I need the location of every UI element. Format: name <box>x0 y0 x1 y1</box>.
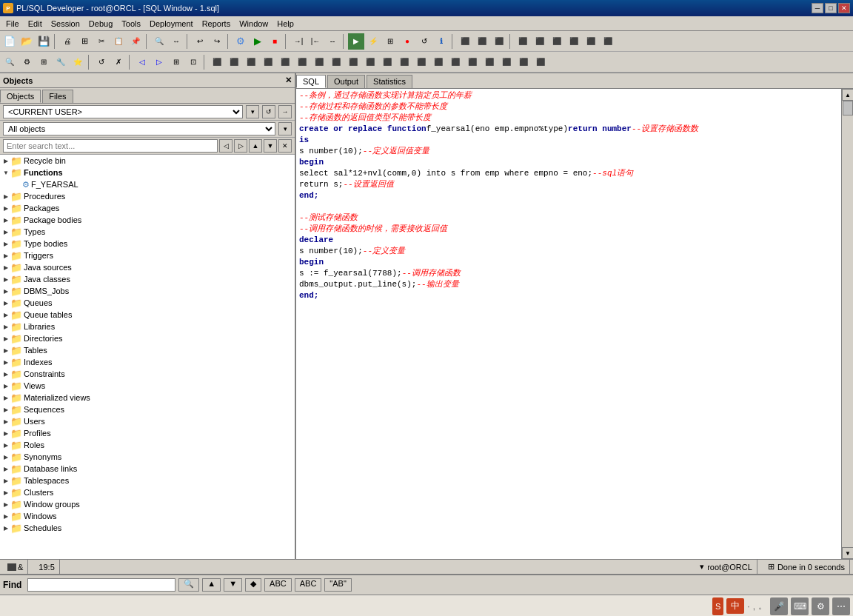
tb-dbg4-btn[interactable]: ⬛ <box>515 33 531 50</box>
menu-help[interactable]: Help <box>272 18 298 30</box>
search-forward-btn[interactable]: ▷ <box>234 139 247 153</box>
tb-commit-btn[interactable]: ● <box>399 33 415 50</box>
tb-paste-btn[interactable]: 📌 <box>127 33 144 50</box>
tree-arrow[interactable]: ▶ <box>1 478 10 484</box>
tree-item-tables[interactable]: ▶📁Tables <box>0 344 295 356</box>
tree-arrow[interactable]: ▶ <box>1 454 10 461</box>
ime-comma-btn[interactable]: , <box>753 601 755 612</box>
tree-arrow[interactable]: ▶ <box>1 466 10 472</box>
find-mark-btn[interactable]: ◆ <box>245 578 261 592</box>
search-back-btn[interactable]: ◁ <box>219 139 233 153</box>
tb2-btn24[interactable]: ⬛ <box>413 54 429 70</box>
menu-edit[interactable]: Edit <box>24 18 47 30</box>
tree-arrow[interactable]: ▶ <box>1 418 10 425</box>
tb2-btn10[interactable]: ⊞ <box>168 54 184 70</box>
find-abc-btn[interactable]: ABC <box>264 578 292 592</box>
tb-dbg3-btn[interactable]: ⬛ <box>491 33 507 50</box>
tab-objects[interactable]: Objects <box>0 90 41 103</box>
tree-item-materialized-views[interactable]: ▶📁Materialized views <box>0 392 295 404</box>
scroll-down-btn[interactable]: ▼ <box>842 547 853 559</box>
search-input[interactable] <box>3 139 218 153</box>
ime-chinese-btn[interactable]: 中 <box>726 598 744 614</box>
tb-copy-btn[interactable]: 📋 <box>110 33 127 50</box>
tree-arrow[interactable]: ▶ <box>1 229 10 235</box>
tree-arrow[interactable]: ▶ <box>1 371 10 378</box>
tb-undo-btn[interactable]: ↩ <box>192 33 208 50</box>
tree-item-directories[interactable]: ▶📁Directories <box>0 332 295 344</box>
editor-tab-sql[interactable]: SQL <box>296 75 326 88</box>
tb2-btn5[interactable]: ⭐ <box>70 54 86 70</box>
search-clear-btn[interactable]: ✕ <box>278 139 292 153</box>
tree-arrow[interactable]: ▶ <box>1 241 10 247</box>
find-prev-btn[interactable]: ▲ <box>202 578 221 592</box>
tree-arrow[interactable]: ▶ <box>1 324 10 330</box>
tb-dbg9-btn[interactable]: ⬛ <box>600 33 616 50</box>
tree-item-windows[interactable]: ▶📁Windows <box>0 510 295 522</box>
window-controls[interactable]: ─ □ ✕ <box>812 3 850 13</box>
tree-item-packages[interactable]: ▶📁Packages <box>0 202 295 214</box>
tb-comment-btn[interactable]: -- <box>324 33 341 50</box>
tb2-btn18[interactable]: ⬛ <box>311 54 327 70</box>
tree-arrow[interactable]: ▶ <box>1 276 10 283</box>
tree-arrow[interactable]: ▼ <box>1 170 10 176</box>
tb2-btn26[interactable]: ⬛ <box>447 54 464 70</box>
ime-settings-icon[interactable]: ⚙ <box>812 597 829 615</box>
tb-info-btn[interactable]: ℹ <box>433 33 449 50</box>
tb-execute-btn[interactable]: ▶ <box>348 33 364 50</box>
tree-item-recycle-bin[interactable]: ▶📁Recycle bin <box>0 155 295 167</box>
tree-item-functions[interactable]: ▼📁Functions <box>0 167 295 178</box>
menu-reports[interactable]: Reports <box>198 18 235 30</box>
menu-debug[interactable]: Debug <box>84 18 117 30</box>
panel-close-btn[interactable]: ✕ <box>285 76 292 85</box>
tb2-btn22[interactable]: ⬛ <box>379 54 395 70</box>
tb2-btn14[interactable]: ⬛ <box>243 54 259 70</box>
tb-search-btn[interactable]: 🔍 <box>151 33 167 50</box>
tree-arrow[interactable]: ▶ <box>1 347 10 354</box>
tb2-btn29[interactable]: ⬛ <box>498 54 515 70</box>
tb-dbg8-btn[interactable]: ⬛ <box>583 33 599 50</box>
minimize-button[interactable]: ─ <box>812 3 823 13</box>
tree-arrow[interactable]: ▶ <box>1 359 10 366</box>
tree-arrow[interactable]: ▶ <box>1 489 10 496</box>
ime-keyboard-icon[interactable]: ⌨ <box>791 597 809 615</box>
tb-dbg7-btn[interactable]: ⬛ <box>566 33 582 50</box>
tb2-btn12[interactable]: ⬛ <box>209 54 225 70</box>
find-quote-btn[interactable]: "AB" <box>324 578 351 592</box>
tree-item-clusters[interactable]: ▶📁Clusters <box>0 486 295 498</box>
status-dropdown[interactable]: ▾ root@ORCL <box>695 560 757 574</box>
tb-outdent-btn[interactable]: |← <box>307 33 324 50</box>
ime-dot-btn[interactable]: · <box>747 601 749 612</box>
tb2-btn4[interactable]: 🔧 <box>53 54 69 70</box>
tree-arrow[interactable]: ▶ <box>1 205 10 212</box>
tree-arrow[interactable]: ▶ <box>1 383 10 389</box>
ime-more-icon[interactable]: ⋯ <box>832 597 850 615</box>
tb-run-btn[interactable]: ▶ <box>250 33 266 50</box>
tb2-btn23[interactable]: ⬛ <box>396 54 412 70</box>
tree-arrow[interactable]: ▶ <box>1 335 10 342</box>
tree-item-triggers[interactable]: ▶📁Triggers <box>0 250 295 261</box>
tb2-btn11[interactable]: ⊡ <box>185 54 201 70</box>
tb-stop-btn[interactable]: ■ <box>267 33 283 50</box>
vertical-scrollbar[interactable]: ▲ ▼ <box>841 89 853 559</box>
tree-item-f_yearsal[interactable]: ⚙F_YEARSAL <box>0 178 295 190</box>
tb-compile-btn[interactable]: ⚙ <box>233 33 249 50</box>
tb2-btn13[interactable]: ⬛ <box>226 54 242 70</box>
tree-arrow[interactable]: ▶ <box>1 525 10 532</box>
tree-item-package-bodies[interactable]: ▶📁Package bodies <box>0 214 295 226</box>
tb2-btn3[interactable]: ⊞ <box>36 54 52 70</box>
tree-item-views[interactable]: ▶📁Views <box>0 380 295 392</box>
tb-dbg5-btn[interactable]: ⬛ <box>532 33 548 50</box>
tb2-btn1[interactable]: 🔍 <box>1 54 18 70</box>
tree-item-indexes[interactable]: ▶📁Indexes <box>0 356 295 368</box>
tree-item-procedures[interactable]: ▶📁Procedures <box>0 190 295 202</box>
tb-grid-btn[interactable]: ⊞ <box>382 33 398 50</box>
tb-dbg2-btn[interactable]: ⬛ <box>474 33 490 50</box>
maximize-button[interactable]: □ <box>825 3 837 13</box>
tree-item-constraints[interactable]: ▶📁Constraints <box>0 368 295 380</box>
tree-item-sequences[interactable]: ▶📁Sequences <box>0 404 295 415</box>
find-abc2-btn[interactable]: ABC <box>295 578 322 592</box>
tree-item-database-links[interactable]: ▶📁Database links <box>0 463 295 475</box>
tb-rollback-btn[interactable]: ↺ <box>416 33 432 50</box>
tb2-btn21[interactable]: ⬛ <box>362 54 378 70</box>
ime-s-btn[interactable]: S <box>712 597 723 615</box>
